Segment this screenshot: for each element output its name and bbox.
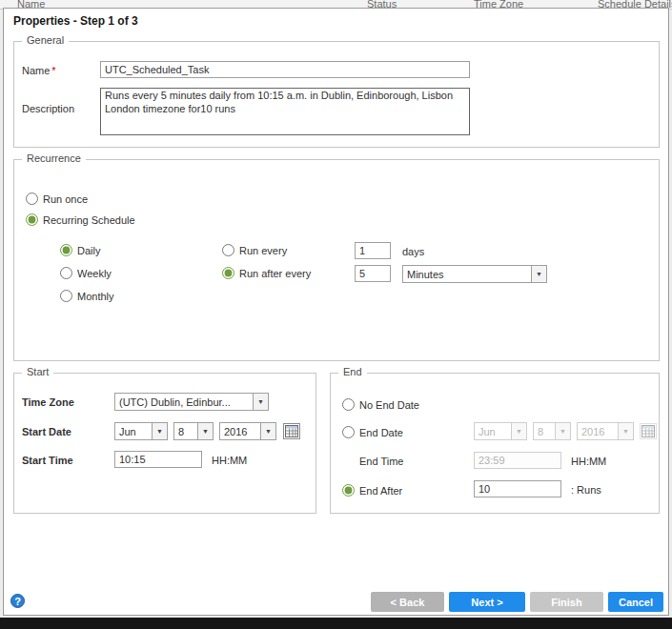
- chevron-down-icon: ▼: [197, 423, 213, 439]
- run-every-label: Run every: [239, 245, 287, 256]
- name-input[interactable]: [100, 61, 470, 78]
- end-time-input: [474, 452, 561, 469]
- start-day-dropdown[interactable]: 8 ▼: [173, 422, 214, 440]
- general-legend: General: [22, 34, 69, 46]
- required-marker: *: [51, 65, 55, 76]
- run-every-radio-input[interactable]: [222, 244, 234, 256]
- end-group: End No End Date End Date Jun ▼ 8 ▼ 2016 …: [330, 373, 660, 514]
- calendar-icon: [641, 425, 655, 437]
- start-year-dropdown[interactable]: 2016 ▼: [219, 422, 276, 440]
- days-unit-label: days: [402, 246, 424, 257]
- properties-dialog: Properties - Step 1 of 3 General Name* D…: [3, 8, 669, 616]
- start-month-value: Jun: [115, 426, 152, 437]
- weekly-radio-input[interactable]: [60, 267, 72, 279]
- interval-unit-dropdown[interactable]: Minutes ▼: [402, 265, 547, 283]
- daily-radio-input[interactable]: [60, 244, 72, 256]
- runs-unit-label: : Runs: [571, 484, 601, 496]
- recurring-schedule-radio-input[interactable]: [26, 213, 38, 226]
- recurring-schedule-label: Recurring Schedule: [43, 214, 135, 226]
- end-legend: End: [338, 366, 367, 377]
- recurring-schedule-radio[interactable]: Recurring Schedule: [26, 213, 135, 226]
- recurrence-group: Recurrence Run once Recurring Schedule D…: [13, 159, 660, 361]
- start-date-label: Start Date: [22, 426, 71, 437]
- weekly-radio[interactable]: Weekly: [60, 267, 112, 279]
- start-time-format-label: HH:MM: [212, 455, 247, 466]
- end-after-label: End After: [359, 485, 402, 497]
- chevron-down-icon: ▼: [618, 423, 633, 439]
- help-icon[interactable]: ?: [10, 594, 25, 608]
- chevron-down-icon: ▼: [531, 266, 546, 282]
- start-day-value: 8: [174, 426, 197, 437]
- recurrence-legend: Recurrence: [22, 152, 86, 164]
- run-every-radio[interactable]: Run every: [222, 244, 287, 256]
- no-end-date-label: No End Date: [359, 399, 419, 411]
- run-every-days-input[interactable]: [355, 242, 391, 259]
- finish-button: Finish: [530, 592, 603, 612]
- no-end-date-radio-input[interactable]: [342, 398, 355, 411]
- chevron-down-icon: ▼: [253, 394, 268, 410]
- next-button[interactable]: Next >: [449, 592, 525, 612]
- chevron-down-icon: ▼: [511, 423, 526, 439]
- end-after-runs-input[interactable]: [474, 480, 561, 497]
- calendar-icon: [285, 425, 298, 437]
- daily-label: Daily: [77, 245, 100, 256]
- end-date-radio-input[interactable]: [342, 426, 355, 438]
- end-date-radio[interactable]: End Date: [342, 426, 403, 438]
- run-once-label: Run once: [43, 193, 88, 205]
- monthly-label: Monthly: [77, 291, 114, 302]
- end-after-radio-input[interactable]: [342, 484, 355, 497]
- interval-unit-value: Minutes: [403, 269, 531, 280]
- back-button[interactable]: < Back: [371, 592, 444, 612]
- weekly-label: Weekly: [77, 268, 112, 279]
- description-label: Description: [22, 103, 74, 114]
- start-group: Start Time Zone (UTC) Dublin, Edinbur...…: [13, 373, 316, 514]
- general-group: General Name* Description Runs every 5 m…: [13, 41, 660, 148]
- run-after-every-radio[interactable]: Run after every: [222, 267, 311, 279]
- end-day-dropdown: 8 ▼: [533, 422, 571, 440]
- name-label: Name*: [22, 65, 56, 76]
- cancel-button[interactable]: Cancel: [608, 592, 663, 612]
- end-time-label: End Time: [359, 456, 403, 467]
- start-month-dropdown[interactable]: Jun ▼: [114, 422, 168, 440]
- end-date-label: End Date: [359, 427, 403, 438]
- run-after-every-radio-input[interactable]: [222, 267, 234, 279]
- dialog-title: Properties - Step 1 of 3: [13, 14, 138, 28]
- time-zone-value: (UTC) Dublin, Edinbur...: [115, 396, 253, 408]
- monthly-radio[interactable]: Monthly: [60, 290, 114, 302]
- end-year-value: 2016: [578, 426, 618, 437]
- end-after-radio[interactable]: End After: [342, 484, 402, 497]
- description-textarea[interactable]: Runs every 5 minutes daily from 10:15 a.…: [100, 88, 470, 135]
- daily-radio[interactable]: Daily: [60, 244, 100, 256]
- monthly-radio-input[interactable]: [60, 290, 72, 302]
- chevron-down-icon: ▼: [555, 423, 570, 439]
- time-zone-dropdown[interactable]: (UTC) Dublin, Edinbur... ▼: [114, 393, 269, 411]
- run-once-radio[interactable]: Run once: [26, 193, 88, 205]
- end-month-value: Jun: [475, 426, 511, 437]
- end-calendar-button: [640, 423, 657, 439]
- bottom-bar: [0, 618, 672, 629]
- time-zone-label: Time Zone: [22, 396, 74, 408]
- start-legend: Start: [22, 366, 53, 377]
- start-time-input[interactable]: [114, 451, 202, 468]
- start-calendar-button[interactable]: [283, 423, 300, 439]
- run-after-value-input[interactable]: [355, 265, 391, 282]
- end-month-dropdown: Jun ▼: [474, 422, 527, 440]
- end-year-dropdown: 2016 ▼: [577, 422, 634, 440]
- end-day-value: 8: [534, 426, 555, 437]
- run-after-every-label: Run after every: [239, 268, 311, 279]
- no-end-date-radio[interactable]: No End Date: [342, 398, 419, 411]
- end-time-format-label: HH:MM: [571, 456, 606, 467]
- chevron-down-icon: ▼: [152, 423, 167, 439]
- name-label-text: Name: [22, 65, 50, 76]
- chevron-down-icon: ▼: [260, 423, 275, 439]
- start-time-label: Start Time: [22, 455, 73, 466]
- start-year-value: 2016: [220, 426, 260, 437]
- run-once-radio-input[interactable]: [26, 193, 38, 205]
